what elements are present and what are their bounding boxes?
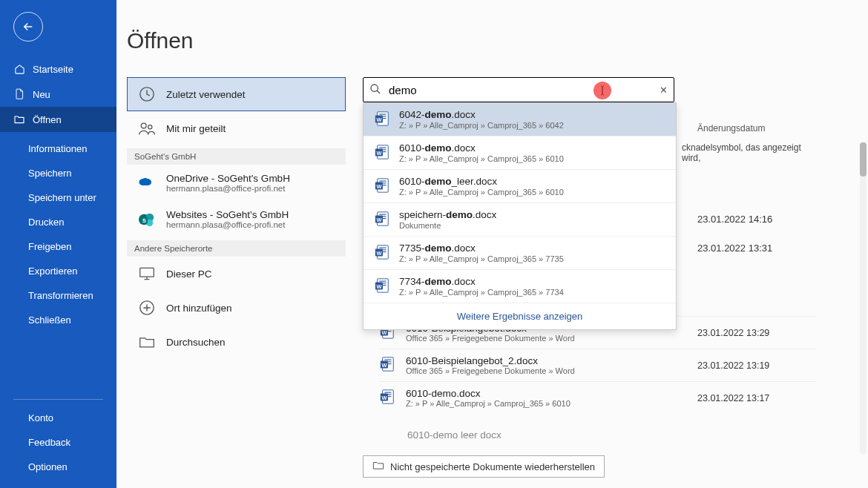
folder-icon	[138, 333, 156, 351]
word-doc-icon: W	[374, 211, 390, 229]
source-section-header: SoGeht's GmbH	[127, 148, 346, 165]
source-label: Durchsuchen	[166, 337, 226, 348]
svg-rect-12	[379, 114, 386, 115]
search-result-item[interactable]: W6010-demo.docxZ: » P » Alle_Camproj » C…	[364, 136, 676, 170]
search-results-dropdown: W6042-demo.docxZ: » P » Alle_Camproj » C…	[363, 102, 677, 330]
nav-new[interactable]: Neu	[0, 82, 116, 107]
svg-text:W: W	[376, 283, 381, 290]
result-path: Z: » P » Alle_Camproj » Camproj_365 » 60…	[399, 121, 564, 130]
nav-transform[interactable]: Transformieren	[0, 283, 116, 308]
folder-icon	[372, 461, 384, 472]
search-result-item[interactable]: W7735-demo.docxZ: » P » Alle_Camproj » C…	[364, 237, 676, 270]
svg-text:W: W	[376, 183, 381, 190]
scrollbar-thumb[interactable]	[860, 142, 867, 177]
file-name: 6010-Beispielangebot_2.docx	[406, 355, 575, 366]
word-doc-icon: W	[374, 111, 390, 129]
word-doc-icon: W	[374, 277, 390, 296]
file-date: 23.01.2022 13:19	[697, 360, 816, 371]
nav-options[interactable]: Optionen	[0, 455, 116, 479]
file-row[interactable]: W6010-demo.docxZ: » P » Alle_Camproj » C…	[379, 381, 816, 414]
svg-text:W: W	[376, 150, 381, 156]
column-header-date[interactable]: Änderungsdatum	[697, 123, 816, 133]
search-input[interactable]	[389, 84, 652, 96]
svg-rect-42	[379, 281, 386, 282]
svg-text:W: W	[381, 362, 387, 369]
svg-rect-36	[379, 248, 386, 248]
result-filename: 7734-demo.docx	[399, 276, 564, 287]
nav-separator	[13, 399, 103, 400]
source-section-header: Andere Speicherorte	[127, 240, 346, 257]
search-result-item[interactable]: W7734-demo.docxZ: » P » Alle_Camproj » C…	[364, 270, 676, 303]
folder-open-icon	[13, 113, 25, 125]
backstage-nav: Startseite Neu Öffnen Informationen Spei…	[0, 0, 116, 488]
source-browse[interactable]: Durchsuchen	[127, 325, 346, 359]
onedrive-icon	[138, 174, 156, 192]
result-filename: 6042-demo.docx	[399, 109, 564, 120]
scrollbar[interactable]	[860, 142, 867, 454]
home-icon	[13, 63, 25, 75]
nav-share[interactable]: Freigeben	[0, 234, 116, 259]
nav-label: Startseite	[33, 64, 73, 75]
svg-text:W: W	[376, 116, 381, 123]
show-more-results[interactable]: Weitere Ergebnisse anzeigen	[364, 303, 676, 329]
search-icon	[369, 83, 381, 97]
file-name-cut: 6010-demo leer docx	[407, 429, 502, 441]
file-date: 23.01.2022 13:29	[697, 328, 816, 338]
nav-home[interactable]: Startseite	[0, 56, 116, 82]
recover-unsaved-button[interactable]: Nicht gespeicherte Dokumente wiederherst…	[363, 455, 605, 478]
nav-close[interactable]: Schließen	[0, 308, 116, 332]
source-shared[interactable]: Mit mir geteilt	[127, 111, 346, 145]
source-recent[interactable]: Zuletzt verwendet	[127, 77, 346, 111]
search-box[interactable]: ✕	[363, 77, 674, 102]
nav-info[interactable]: Informationen	[0, 136, 116, 161]
pin-tip-text: cknadelsymbol, das angezeigt wird,	[682, 136, 816, 178]
nav-account[interactable]: Konto	[0, 406, 116, 430]
svg-point-2	[148, 125, 152, 129]
detail-pane: ✕ W6042-demo.docxZ: » P » Alle_Camproj »…	[363, 77, 853, 482]
svg-text:W: W	[381, 329, 387, 336]
result-filename: 6010-demo_leer.docx	[399, 176, 564, 187]
source-label: Dieser PC	[166, 268, 212, 280]
svg-rect-30	[379, 214, 386, 215]
nav-feedback[interactable]: Feedback	[0, 430, 116, 455]
source-thispc[interactable]: Dieser PC	[127, 257, 346, 291]
svg-text:W: W	[381, 395, 387, 401]
source-add-place[interactable]: Ort hinzufügen	[127, 291, 346, 325]
search-result-item[interactable]: Wspeichern-demo.docxDokumente	[364, 203, 676, 237]
sharepoint-icon: S	[138, 211, 156, 228]
result-filename: 6010-demo.docx	[399, 142, 564, 154]
svg-rect-18	[379, 148, 386, 148]
text-cursor-indicator	[594, 82, 611, 99]
svg-point-1	[141, 123, 146, 128]
recover-label: Nicht gespeicherte Dokumente wiederherst…	[390, 461, 595, 472]
word-doc-icon: W	[379, 389, 397, 407]
back-button[interactable]	[13, 12, 43, 42]
nav-label: Neu	[33, 89, 50, 100]
file-date: 23.01.2022 14:16	[697, 214, 816, 225]
clear-search-icon[interactable]: ✕	[660, 85, 668, 96]
svg-text:S: S	[142, 217, 146, 223]
source-sharepoint[interactable]: S Websites - SoGeht's GmbH hermann.plasa…	[127, 201, 346, 237]
svg-rect-60	[384, 392, 391, 393]
source-title: OneDrive - SoGeht's GmbH	[166, 173, 290, 184]
word-doc-icon: W	[374, 177, 390, 196]
file-row[interactable]: W6010-Beispielangebot_2.docxOffice 365 »…	[379, 349, 816, 381]
file-path: Office 365 » Freigegebene Dokumente » Wo…	[406, 366, 575, 375]
svg-text:W: W	[376, 250, 381, 257]
result-path: Dokumente	[399, 221, 496, 230]
nav-save-as[interactable]: Speichern unter	[0, 185, 116, 210]
nav-label: Öffnen	[33, 114, 62, 125]
nav-save[interactable]: Speichern	[0, 161, 116, 185]
svg-rect-24	[379, 181, 386, 182]
sources-list: Zuletzt verwendet Mit mir geteilt SoGeht…	[127, 77, 346, 359]
nav-export[interactable]: Exportieren	[0, 259, 116, 283]
thispc-icon	[138, 265, 156, 283]
search-result-item[interactable]: W6042-demo.docxZ: » P » Alle_Camproj » C…	[364, 103, 676, 136]
search-result-item[interactable]: W6010-demo_leer.docxZ: » P » Alle_Campro…	[364, 170, 676, 203]
nav-print[interactable]: Drucken	[0, 210, 116, 234]
source-label: Zuletzt verwendet	[166, 89, 246, 100]
nav-open[interactable]: Öffnen	[0, 107, 116, 132]
source-onedrive[interactable]: OneDrive - SoGeht's GmbH hermann.plasa@o…	[127, 165, 346, 201]
clock-icon	[138, 85, 156, 103]
result-filename: speichern-demo.docx	[399, 209, 496, 220]
